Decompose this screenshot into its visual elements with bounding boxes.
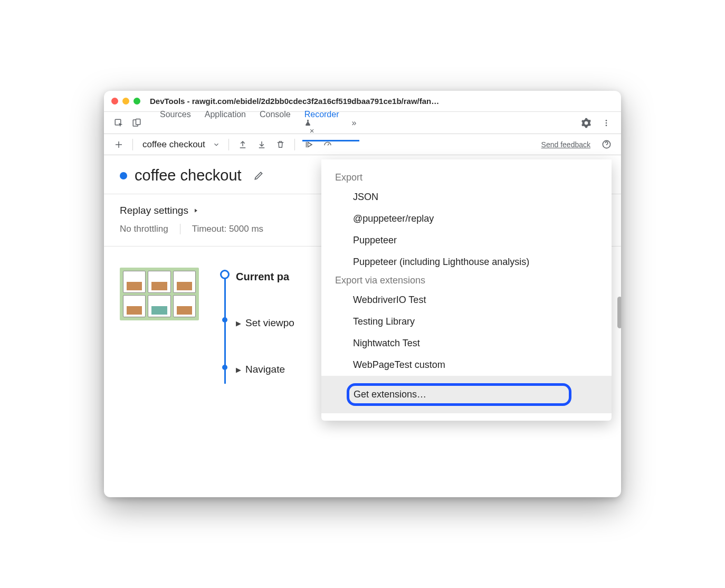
timeline-node-icon: [220, 270, 230, 279]
panel-tabs: Sources Application Console Recorder ×: [160, 105, 341, 141]
export-item-puppeteer-lighthouse[interactable]: Puppeteer (including Lighthouse analysis…: [321, 251, 612, 273]
device-toolbar-icon[interactable]: [129, 116, 144, 130]
export-item-json[interactable]: JSON: [321, 186, 612, 208]
export-item-puppeteer[interactable]: Puppeteer: [321, 230, 612, 251]
svg-rect-2: [136, 119, 140, 125]
settings-gear-icon[interactable]: [579, 116, 594, 130]
inspect-icon[interactable]: [111, 116, 126, 130]
svg-point-4: [606, 122, 607, 124]
scrollbar-thumb[interactable]: [617, 297, 621, 328]
tabbar: Sources Application Console Recorder × »: [104, 112, 621, 134]
page-thumbnail: [120, 268, 199, 320]
flask-icon: [304, 119, 341, 126]
zoom-window-button[interactable]: [133, 98, 140, 105]
tab-console[interactable]: Console: [260, 105, 291, 141]
status-dot-icon: [120, 172, 127, 179]
export-menu: Export JSON @puppeteer/replay Puppeteer …: [321, 159, 612, 421]
chevron-right-icon: ▶: [236, 319, 241, 327]
export-item-testing-library[interactable]: Testing Library: [321, 311, 612, 333]
kebab-menu-icon[interactable]: [599, 116, 614, 130]
add-recording-icon[interactable]: [111, 137, 126, 152]
chevron-right-icon: [193, 207, 199, 214]
send-feedback-link[interactable]: Send feedback: [541, 140, 590, 149]
timeout-value: Timeout: 5000 ms: [192, 224, 263, 234]
chevron-right-icon: ▶: [236, 366, 241, 374]
close-window-button[interactable]: [111, 98, 118, 105]
export-section-label: Export: [321, 170, 612, 186]
export-item-webdriverio[interactable]: WebdriverIO Test: [321, 289, 612, 311]
export-item-puppeteer-replay[interactable]: @puppeteer/replay: [321, 208, 612, 230]
export-item-webpagetest[interactable]: WebPageTest custom: [321, 354, 612, 376]
traffic-lights: [111, 98, 140, 105]
tab-sources[interactable]: Sources: [160, 105, 191, 141]
chevron-down-icon[interactable]: [213, 141, 222, 148]
help-icon[interactable]: [599, 137, 614, 152]
throttling-value: No throttling: [120, 224, 168, 234]
tab-application[interactable]: Application: [205, 105, 246, 141]
minimize-window-button[interactable]: [122, 98, 129, 105]
timeline-node-icon: [222, 317, 227, 323]
svg-point-3: [606, 120, 607, 121]
export-item-nightwatch[interactable]: Nightwatch Test: [321, 333, 612, 354]
timeline-node-icon: [222, 365, 227, 370]
export-item-get-extensions[interactable]: Get extensions…: [321, 376, 612, 413]
devtools-window: DevTools - rawgit.com/ebidel/2d2bb0cdec3…: [104, 91, 621, 497]
tab-recorder[interactable]: Recorder ×: [304, 105, 341, 141]
close-icon[interactable]: ×: [310, 126, 314, 135]
export-via-ext-label: Export via extensions: [321, 273, 612, 289]
recording-title: coffee checkout: [135, 167, 242, 184]
more-tabs-icon[interactable]: »: [352, 118, 357, 128]
svg-point-5: [606, 125, 607, 126]
edit-title-icon[interactable]: [251, 168, 266, 183]
